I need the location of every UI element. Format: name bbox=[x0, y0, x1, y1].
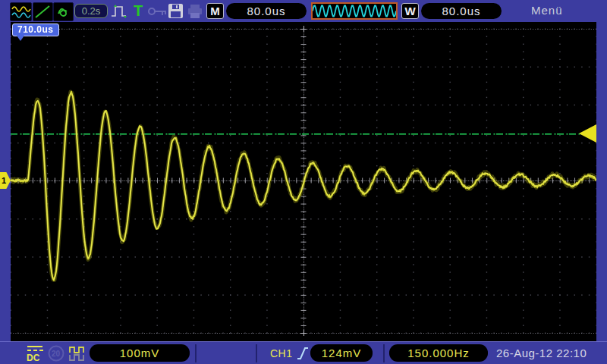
top-status-bar: 0.2s T M bbox=[0, 0, 607, 23]
trigger-level-arrow[interactable] bbox=[579, 124, 596, 143]
zoom-window-preview bbox=[311, 2, 398, 20]
separator bbox=[256, 344, 257, 362]
trigger-level-value: 124mV bbox=[322, 347, 362, 359]
zoom-preview-waveform bbox=[313, 4, 396, 18]
trigger-source-label: CH1 bbox=[270, 342, 293, 364]
window-timebase-value: 80.0us bbox=[442, 5, 480, 17]
menu-button-label: Menü bbox=[531, 4, 563, 17]
probe-squarewave-icon bbox=[69, 345, 87, 362]
horizontal-offset-value: 710.0us bbox=[17, 24, 54, 35]
printer-icon bbox=[187, 4, 203, 19]
svg-text:20: 20 bbox=[52, 350, 61, 358]
window-timebase-readout: 80.0us bbox=[421, 3, 502, 19]
pulse-acquire-icon bbox=[111, 3, 131, 20]
trigger-frequency-value: 150.000Hz bbox=[407, 347, 470, 359]
trigger-slope-icon bbox=[297, 346, 309, 361]
acquisition-time-box: 0.2s bbox=[74, 4, 108, 18]
separator bbox=[195, 344, 197, 362]
main-timebase-label: M bbox=[206, 3, 224, 19]
display-xy-icon bbox=[53, 2, 74, 21]
w-letter: W bbox=[404, 5, 415, 17]
svg-text:DC: DC bbox=[27, 353, 40, 362]
ch1-scale-value: 100mV bbox=[120, 347, 160, 359]
datetime-label: 26-Aug-12 22:10 bbox=[496, 342, 587, 364]
trigger-source-value: CH1 bbox=[270, 347, 293, 359]
m-letter: M bbox=[210, 5, 220, 17]
bottom-status-bar: DC 20 100mV CH1 124mV 150.000Hz 26-Aug-1… bbox=[0, 341, 607, 364]
channel1-marker-label: 1 bbox=[2, 176, 6, 185]
trigger-status-icon: T bbox=[134, 2, 143, 20]
horizontal-offset-pointer-icon bbox=[17, 36, 24, 41]
main-timebase-value: 80.0us bbox=[247, 5, 285, 17]
main-timebase-readout: 80.0us bbox=[226, 3, 307, 19]
trigger-level-readout: 124mV bbox=[310, 344, 373, 362]
save-disk-icon bbox=[168, 3, 184, 19]
horizontal-offset-badge[interactable]: 710.0us bbox=[12, 24, 59, 36]
trigger-frequency-readout: 150.000Hz bbox=[389, 344, 488, 362]
ch1-scale-readout: 100mV bbox=[90, 344, 190, 362]
display-vector-icon bbox=[33, 2, 53, 21]
graticule-canvas bbox=[11, 22, 596, 341]
menu-button[interactable]: Menü bbox=[531, 0, 563, 21]
key-lock-icon bbox=[147, 5, 168, 17]
dc-coupling-icon: DC bbox=[25, 344, 45, 362]
bandwidth-limit-icon: 20 bbox=[48, 345, 64, 362]
acquisition-time-value: 0.2s bbox=[82, 5, 101, 17]
window-timebase-label: W bbox=[401, 3, 419, 19]
separator bbox=[383, 344, 385, 362]
trigger-status-letter: T bbox=[134, 2, 143, 19]
channel-waveforms-icon bbox=[10, 2, 32, 21]
datetime-value: 26-Aug-12 22:10 bbox=[496, 347, 587, 359]
